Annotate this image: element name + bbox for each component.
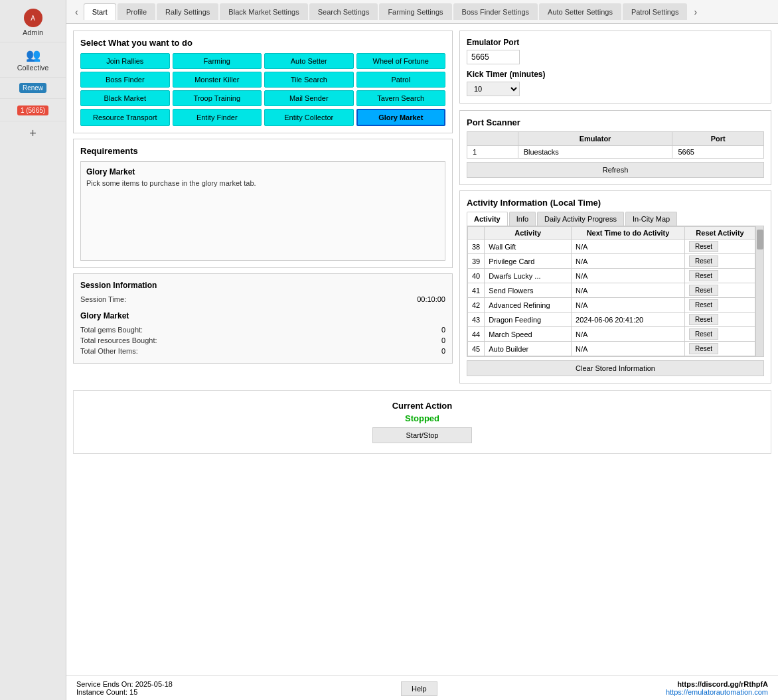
clear-button[interactable]: Clear Stored Information [467, 360, 764, 376]
activity-tab-activity[interactable]: Activity [467, 212, 508, 226]
activity-tab-daily-activity-progress[interactable]: Daily Activity Progress [537, 212, 624, 226]
help-button[interactable]: Help [401, 681, 437, 696]
reset-button[interactable]: Reset [689, 270, 718, 281]
activity-col-activity: Activity [485, 227, 572, 240]
activity-title: Activity Information (Local Time) [467, 198, 764, 208]
activity-row-reset: Reset [685, 269, 755, 283]
action-btn-troop-training[interactable]: Troop Training [173, 90, 262, 106]
reset-button[interactable]: Reset [689, 328, 718, 340]
activity-row-num: 38 [468, 240, 485, 254]
port-col-emulator: Emulator [518, 132, 672, 146]
activity-row-num: 40 [468, 269, 485, 283]
tab-profile[interactable]: Profile [117, 3, 155, 20]
tab-farming-settings[interactable]: Farming Settings [379, 3, 451, 20]
action-btn-monster-killer[interactable]: Monster Killer [173, 72, 262, 88]
sidebar-add-button[interactable]: + [0, 121, 66, 146]
action-btn-tile-search[interactable]: Tile Search [264, 72, 354, 88]
action-btn-boss-finder[interactable]: Boss Finder [80, 72, 170, 88]
port-scanner-title: Port Scanner [467, 117, 764, 127]
session-time-label: Session Time: [80, 295, 126, 303]
tab-patrol-settings[interactable]: Patrol Settings [623, 3, 688, 20]
activity-table-body: 38 Wall Gift N/A Reset 39 Privilege Card… [468, 240, 755, 356]
other-row: Total Other Items: 0 [80, 346, 445, 356]
activity-row-num: 41 [468, 283, 485, 298]
emulator-port-label: Emulator Port [467, 38, 764, 47]
activity-row-reset: Reset [685, 298, 755, 313]
activity-tab-in-city-map[interactable]: In-City Map [625, 212, 677, 226]
port-row-port: 5665 [672, 146, 764, 159]
action-btn-patrol[interactable]: Patrol [356, 72, 446, 88]
reset-button[interactable]: Reset [689, 299, 718, 311]
activity-row-name: Privilege Card [485, 254, 572, 269]
reset-button[interactable]: Reset [689, 241, 718, 252]
tab-search-settings[interactable]: Search Settings [309, 3, 378, 20]
action-btn-mail-sender[interactable]: Mail Sender [264, 90, 354, 106]
activity-row-reset: Reset [685, 254, 755, 269]
activity-scroll-area[interactable]: Activity Next Time to do Activity Reset … [467, 226, 755, 356]
admin-label: Admin [23, 29, 43, 36]
activity-row-next: N/A [572, 240, 685, 254]
activity-row-name: Wall Gift [485, 240, 572, 254]
refresh-button[interactable]: Refresh [467, 162, 764, 178]
action-btn-resource-transport[interactable]: Resource Transport [80, 109, 170, 126]
port-row-num: 1 [467, 146, 518, 159]
website-link[interactable]: https://emulatorautomation.com [666, 688, 768, 696]
sidebar-item-renew[interactable]: Renew [0, 78, 66, 99]
action-btn-glory-market[interactable]: Glory Market [356, 109, 446, 126]
current-action-title: Current Action [84, 401, 761, 411]
collective-icon: 👥 [26, 48, 40, 62]
sidebar-item-collective[interactable]: 👥 Collective [0, 42, 66, 78]
tab-auto-setter-settings[interactable]: Auto Setter Settings [539, 3, 621, 20]
activity-row-next: N/A [572, 327, 685, 342]
tab-rally-settings[interactable]: Rally Settings [157, 3, 218, 20]
scroll-thumb [757, 230, 763, 249]
tab-boss-finder-settings[interactable]: Boss Finder Settings [453, 3, 538, 20]
session-title: Session Information [80, 281, 445, 290]
instance-count-text: Instance Count: 15 [76, 688, 173, 696]
requirements-box: Glory Market Pick some items to purchase… [80, 161, 445, 261]
kick-timer-label: Kick Timer (minutes) [467, 70, 764, 79]
tab-scroll-left[interactable]: ‹ [70, 3, 84, 21]
activity-tabs: ActivityInfoDaily Activity ProgressIn-Ci… [467, 212, 764, 226]
tab-scroll-right[interactable]: › [688, 3, 702, 21]
action-btn-auto-setter[interactable]: Auto Setter [264, 53, 354, 69]
activity-row-reset: Reset [685, 240, 755, 254]
tab-black-market-settings[interactable]: Black Market Settings [220, 3, 307, 20]
action-btn-wheel-of-fortune[interactable]: Wheel of Fortune [356, 53, 446, 69]
gems-label: Total gems Bought: [80, 326, 143, 334]
reset-button[interactable]: Reset [689, 285, 718, 296]
action-btn-farming[interactable]: Farming [173, 53, 262, 69]
start-stop-button[interactable]: Start/Stop [372, 427, 472, 443]
activity-col-next: Next Time to do Activity [572, 227, 685, 240]
renew-label: Renew [19, 83, 46, 93]
reset-button[interactable]: Reset [689, 314, 718, 325]
activity-row-num: 39 [468, 254, 485, 269]
left-col: Select What you want to do Join RalliesF… [73, 31, 453, 384]
port-col-port: Port [672, 132, 764, 146]
activity-table-row: 43 Dragon Feeding 2024-06-06 20:41:20 Re… [468, 313, 755, 327]
activity-row-next: N/A [572, 269, 685, 283]
resources-label: Total resources Bought: [80, 336, 157, 344]
action-btn-entity-finder[interactable]: Entity Finder [173, 109, 262, 126]
activity-col-reset: Reset Activity [685, 227, 755, 240]
right-col: Emulator Port Kick Timer (minutes) 51015… [459, 31, 771, 384]
activity-row-num: 45 [468, 342, 485, 356]
tab-start[interactable]: Start [84, 3, 116, 20]
action-btn-tavern-search[interactable]: Tavern Search [356, 90, 446, 106]
full-content: Select What you want to do Join RalliesF… [73, 31, 771, 669]
emulator-port-input[interactable] [467, 50, 520, 64]
activity-table-row: 39 Privilege Card N/A Reset [468, 254, 755, 269]
action-btn-join-rallies[interactable]: Join Rallies [80, 53, 170, 69]
status-badge: Stopped [84, 413, 761, 423]
action-btn-entity-collector[interactable]: Entity Collector [264, 109, 354, 126]
action-btn-black-market[interactable]: Black Market [80, 90, 170, 106]
sidebar-item-admin[interactable]: A Admin [0, 3, 66, 42]
reset-button[interactable]: Reset [689, 255, 718, 267]
port-col-num [467, 132, 518, 146]
reset-button[interactable]: Reset [689, 343, 718, 354]
kick-timer-select[interactable]: 510152030 [467, 82, 520, 96]
sidebar-item-port[interactable]: 1 (5665) [0, 99, 66, 121]
gems-value: 0 [441, 326, 445, 334]
other-label: Total Other Items: [80, 347, 138, 355]
activity-tab-info[interactable]: Info [509, 212, 536, 226]
